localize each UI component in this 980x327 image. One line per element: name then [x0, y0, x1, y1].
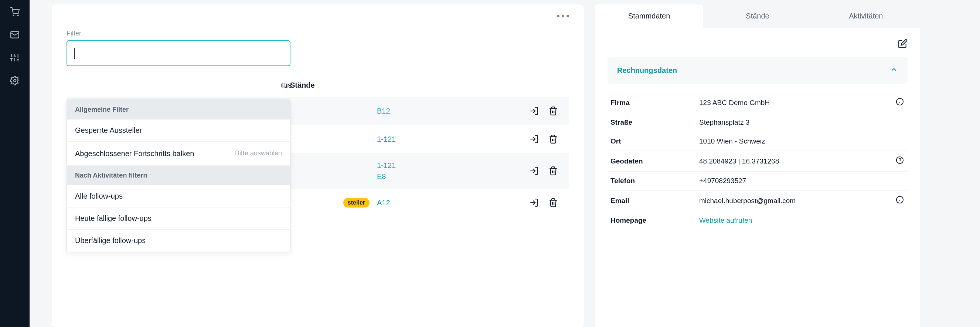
accordion-header[interactable]: Rechnungsdaten: [608, 57, 908, 84]
info-row-telefon: Telefon +49708293527: [608, 172, 908, 190]
info-row-ort: Ort 1010 Wien - Schweiz: [608, 132, 908, 151]
dropdown-item-hint: Bitte auswählen: [235, 149, 282, 158]
main-card: Filter Allgemeine Filter Gesperrte Ausst…: [52, 5, 584, 327]
dropdown-item-label: Abgeschlossener Fortschritts balken: [75, 148, 194, 159]
detail-tabs: Stammdaten Stände Aktivitäten: [595, 5, 920, 28]
info-row-firma: Firma 123 ABC Demo GmbH: [608, 93, 908, 113]
info-icon[interactable]: [896, 98, 904, 106]
tab-aktivitaeten[interactable]: Aktivitäten: [812, 5, 920, 28]
stand-link[interactable]: 1-121: [377, 134, 517, 145]
trash-icon[interactable]: [548, 134, 558, 144]
filter-label: Filter: [67, 30, 569, 37]
enter-icon[interactable]: [529, 134, 539, 144]
stand-link[interactable]: B12: [377, 105, 517, 116]
trash-icon[interactable]: [548, 166, 558, 176]
info-row-strasse: Straße Stephansplatz 3: [608, 113, 908, 132]
gear-icon[interactable]: [10, 75, 20, 86]
dropdown-item[interactable]: Gesperrte Aussteller: [67, 120, 290, 142]
help-icon[interactable]: [896, 156, 904, 164]
chevron-up-icon: [890, 65, 898, 75]
more-menu-icon[interactable]: [557, 15, 569, 18]
info-icon[interactable]: [896, 196, 904, 204]
dropdown-item[interactable]: Überfällige follow-ups: [67, 230, 290, 252]
homepage-link[interactable]: Website aufrufen: [699, 216, 896, 225]
cart-icon[interactable]: [10, 6, 20, 17]
dropdown-item[interactable]: Alle follow-ups: [67, 185, 290, 207]
trash-icon[interactable]: [548, 106, 558, 116]
dropdown-item[interactable]: Heute fällige follow-ups: [67, 207, 290, 230]
svg-point-12: [14, 80, 16, 82]
filter-dropdown: Allgemeine Filter Gesperrte Aussteller A…: [67, 99, 290, 252]
dropdown-group-header: Nach Aktivitäten filtern: [67, 166, 290, 185]
detail-panel: Stammdaten Stände Aktivitäten Rechnungsd…: [595, 0, 920, 327]
tab-staende[interactable]: Stände: [703, 5, 811, 28]
sliders-icon[interactable]: [10, 53, 20, 63]
info-list: Firma 123 ABC Demo GmbH Straße Stephansp…: [608, 93, 908, 230]
dropdown-item[interactable]: Abgeschlossener Fortschritts balken Bitt…: [67, 142, 290, 166]
svg-point-1: [18, 15, 19, 16]
column-header-status[interactable]: tus: [67, 81, 281, 89]
svg-point-0: [13, 15, 14, 16]
status-badge: steller: [343, 198, 369, 207]
enter-icon[interactable]: [529, 198, 539, 207]
info-row-geodaten: Geodaten 48.2084923 | 16.3731268: [608, 151, 908, 172]
enter-icon[interactable]: [529, 166, 539, 176]
info-row-email: Email michael.huberpost@gmail.com: [608, 190, 908, 211]
text-cursor: [74, 48, 75, 59]
column-header-stande[interactable]: ⇅ Stände: [281, 81, 569, 89]
enter-icon[interactable]: [529, 106, 539, 116]
tab-stammdaten[interactable]: Stammdaten: [595, 5, 703, 28]
stand-link[interactable]: E8: [377, 171, 517, 182]
info-row-homepage: Homepage Website aufrufen: [608, 211, 908, 230]
filter-input[interactable]: [67, 40, 290, 66]
stand-link[interactable]: A12: [377, 197, 517, 208]
stand-link[interactable]: 1-121: [377, 160, 517, 171]
mail-icon[interactable]: [10, 30, 20, 40]
trash-icon[interactable]: [548, 198, 558, 207]
dropdown-group-header: Allgemeine Filter: [67, 100, 290, 120]
section-title: Rechnungsdaten: [617, 66, 677, 75]
edit-icon[interactable]: [898, 39, 908, 48]
nav-sidebar: [0, 0, 30, 327]
sort-icon[interactable]: ⇅: [281, 81, 286, 89]
